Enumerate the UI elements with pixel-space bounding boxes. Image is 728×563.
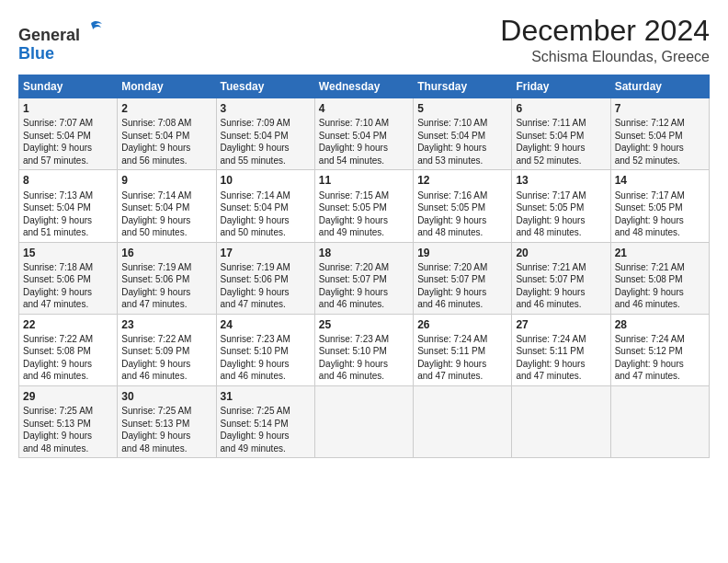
day-number: 15	[23, 246, 113, 260]
day-number: 26	[417, 317, 507, 332]
day-info: Sunrise: 7:10 AMSunset: 5:04 PMDaylight:…	[319, 117, 409, 167]
day-number: 2	[121, 101, 211, 116]
header-thursday: Thursday	[414, 75, 512, 98]
day-info: Sunrise: 7:13 AMSunset: 5:04 PMDaylight:…	[23, 190, 113, 239]
day-number: 23	[121, 317, 211, 332]
calendar-cell: 19Sunrise: 7:20 AMSunset: 5:07 PMDayligh…	[414, 242, 512, 314]
day-number: 20	[516, 246, 606, 260]
day-info: Sunrise: 7:17 AMSunset: 5:05 PMDaylight:…	[615, 190, 705, 239]
week-row-3: 15Sunrise: 7:18 AMSunset: 5:06 PMDayligh…	[19, 242, 710, 314]
day-info: Sunrise: 7:20 AMSunset: 5:07 PMDaylight:…	[417, 261, 507, 311]
calendar-cell: 22Sunrise: 7:22 AMSunset: 5:08 PMDayligh…	[19, 314, 118, 385]
calendar-cell	[512, 385, 610, 457]
calendar-cell: 27Sunrise: 7:24 AMSunset: 5:11 PMDayligh…	[512, 314, 610, 385]
day-number: 1	[23, 101, 113, 116]
day-info: Sunrise: 7:14 AMSunset: 5:04 PMDaylight:…	[121, 190, 211, 239]
day-info: Sunrise: 7:14 AMSunset: 5:04 PMDaylight:…	[221, 190, 311, 239]
calendar-cell: 9Sunrise: 7:14 AMSunset: 5:04 PMDaylight…	[118, 170, 216, 242]
calendar-cell: 18Sunrise: 7:20 AMSunset: 5:07 PMDayligh…	[314, 242, 413, 314]
page-header: General Blue December 2024 Schisma Eloun…	[18, 15, 710, 65]
day-number: 4	[319, 101, 409, 116]
day-info: Sunrise: 7:25 AMSunset: 5:13 PMDaylight:…	[23, 405, 113, 454]
calendar-cell: 8Sunrise: 7:13 AMSunset: 5:04 PMDaylight…	[19, 170, 118, 242]
day-number: 9	[121, 173, 211, 188]
calendar-cell	[610, 385, 709, 457]
day-info: Sunrise: 7:09 AMSunset: 5:04 PMDaylight:…	[221, 117, 311, 167]
calendar-cell: 15Sunrise: 7:18 AMSunset: 5:06 PMDayligh…	[19, 242, 118, 314]
day-info: Sunrise: 7:20 AMSunset: 5:07 PMDaylight:…	[319, 261, 409, 311]
calendar-cell: 12Sunrise: 7:16 AMSunset: 5:05 PMDayligh…	[414, 170, 512, 242]
calendar-cell	[314, 385, 413, 457]
week-row-2: 8Sunrise: 7:13 AMSunset: 5:04 PMDaylight…	[19, 170, 710, 242]
header-tuesday: Tuesday	[216, 75, 314, 98]
calendar-cell: 4Sunrise: 7:10 AMSunset: 5:04 PMDaylight…	[314, 98, 413, 170]
day-number: 28	[615, 317, 705, 332]
calendar-cell: 21Sunrise: 7:21 AMSunset: 5:08 PMDayligh…	[610, 242, 709, 314]
day-info: Sunrise: 7:21 AMSunset: 5:08 PMDaylight:…	[615, 261, 705, 311]
logo-bird-icon	[82, 18, 104, 40]
day-info: Sunrise: 7:25 AMSunset: 5:13 PMDaylight:…	[121, 405, 211, 454]
day-info: Sunrise: 7:19 AMSunset: 5:06 PMDaylight:…	[121, 261, 211, 311]
calendar-cell: 3Sunrise: 7:09 AMSunset: 5:04 PMDaylight…	[216, 98, 314, 170]
day-info: Sunrise: 7:16 AMSunset: 5:05 PMDaylight:…	[417, 190, 507, 239]
day-info: Sunrise: 7:23 AMSunset: 5:10 PMDaylight:…	[221, 333, 311, 383]
day-number: 6	[516, 101, 606, 116]
header-monday: Monday	[118, 75, 216, 98]
calendar-cell: 14Sunrise: 7:17 AMSunset: 5:05 PMDayligh…	[610, 170, 709, 242]
header-row: SundayMondayTuesdayWednesdayThursdayFrid…	[19, 75, 710, 98]
logo-blue: Blue	[18, 44, 54, 63]
day-info: Sunrise: 7:24 AMSunset: 5:11 PMDaylight:…	[417, 333, 507, 383]
calendar-cell: 29Sunrise: 7:25 AMSunset: 5:13 PMDayligh…	[19, 385, 118, 457]
week-row-4: 22Sunrise: 7:22 AMSunset: 5:08 PMDayligh…	[19, 314, 710, 385]
day-number: 12	[417, 173, 507, 188]
calendar-cell: 11Sunrise: 7:15 AMSunset: 5:05 PMDayligh…	[314, 170, 413, 242]
day-info: Sunrise: 7:22 AMSunset: 5:08 PMDaylight:…	[23, 333, 113, 383]
day-number: 8	[23, 173, 113, 188]
day-info: Sunrise: 7:07 AMSunset: 5:04 PMDaylight:…	[23, 117, 113, 167]
calendar-cell: 31Sunrise: 7:25 AMSunset: 5:14 PMDayligh…	[216, 385, 314, 457]
header-friday: Friday	[512, 75, 610, 98]
day-info: Sunrise: 7:19 AMSunset: 5:06 PMDaylight:…	[221, 261, 311, 311]
header-saturday: Saturday	[610, 75, 709, 98]
calendar-cell: 1Sunrise: 7:07 AMSunset: 5:04 PMDaylight…	[19, 98, 118, 170]
calendar-cell: 5Sunrise: 7:10 AMSunset: 5:04 PMDaylight…	[414, 98, 512, 170]
calendar-cell: 20Sunrise: 7:21 AMSunset: 5:07 PMDayligh…	[512, 242, 610, 314]
day-info: Sunrise: 7:12 AMSunset: 5:04 PMDaylight:…	[615, 117, 705, 167]
day-number: 22	[23, 317, 113, 332]
logo-general: General	[18, 26, 80, 44]
calendar-cell: 28Sunrise: 7:24 AMSunset: 5:12 PMDayligh…	[610, 314, 709, 385]
calendar-title: December 2024	[500, 15, 710, 47]
day-number: 3	[221, 101, 311, 116]
calendar-cell: 30Sunrise: 7:25 AMSunset: 5:13 PMDayligh…	[118, 385, 216, 457]
day-number: 27	[516, 317, 606, 332]
day-number: 31	[221, 389, 311, 404]
header-sunday: Sunday	[19, 75, 118, 98]
day-number: 18	[319, 246, 409, 260]
calendar-cell: 24Sunrise: 7:23 AMSunset: 5:10 PMDayligh…	[216, 314, 314, 385]
day-number: 5	[417, 101, 507, 116]
day-number: 17	[221, 246, 311, 260]
day-info: Sunrise: 7:18 AMSunset: 5:06 PMDaylight:…	[23, 261, 113, 311]
day-info: Sunrise: 7:25 AMSunset: 5:14 PMDaylight:…	[221, 405, 311, 454]
day-number: 25	[319, 317, 409, 332]
day-number: 16	[121, 246, 211, 260]
day-number: 19	[417, 246, 507, 260]
logo-line1: General	[18, 18, 104, 45]
calendar-cell: 6Sunrise: 7:11 AMSunset: 5:04 PMDaylight…	[512, 98, 610, 170]
title-area: December 2024 Schisma Eloundas, Greece	[500, 15, 710, 65]
calendar-cell: 25Sunrise: 7:23 AMSunset: 5:10 PMDayligh…	[314, 314, 413, 385]
calendar-cell	[414, 385, 512, 457]
day-info: Sunrise: 7:21 AMSunset: 5:07 PMDaylight:…	[516, 261, 606, 311]
logo: General Blue	[18, 18, 104, 63]
calendar-table: SundayMondayTuesdayWednesdayThursdayFrid…	[18, 75, 710, 458]
day-number: 29	[23, 389, 113, 404]
day-number: 10	[221, 173, 311, 188]
header-wednesday: Wednesday	[314, 75, 413, 98]
calendar-cell: 16Sunrise: 7:19 AMSunset: 5:06 PMDayligh…	[118, 242, 216, 314]
calendar-cell: 26Sunrise: 7:24 AMSunset: 5:11 PMDayligh…	[414, 314, 512, 385]
calendar-subtitle: Schisma Eloundas, Greece	[500, 49, 710, 65]
day-number: 21	[615, 246, 705, 260]
day-number: 11	[319, 173, 409, 188]
day-info: Sunrise: 7:23 AMSunset: 5:10 PMDaylight:…	[319, 333, 409, 383]
day-number: 14	[615, 173, 705, 188]
